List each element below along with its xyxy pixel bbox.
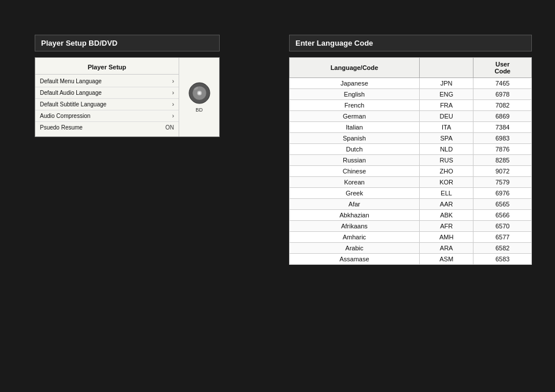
language-cell: Italian — [290, 122, 420, 133]
code-cell: FRA — [419, 100, 473, 111]
language-cell: Spanish — [290, 133, 420, 144]
right-header-text: Enter Language Code — [295, 39, 373, 47]
table-row: FrenchFRA7082 — [290, 100, 532, 111]
menu-item-default-menu-language[interactable]: Default Menu Language › — [35, 76, 179, 87]
user-code-cell: 6869 — [473, 111, 532, 122]
language-cell: Afar — [290, 199, 420, 210]
left-panel: Player Setup BD/DVD Player Setup Default… — [35, 35, 220, 137]
code-cell: ENG — [419, 89, 473, 100]
right-panel: Enter Language Code Language/Code UserCo… — [289, 35, 532, 265]
user-code-cell: 6583 — [473, 254, 532, 265]
menu-item-label: Default Menu Language — [40, 78, 102, 84]
code-cell: ASM — [419, 254, 473, 265]
language-cell: English — [290, 89, 420, 100]
user-code-cell: 6570 — [473, 221, 532, 232]
code-cell: NLD — [419, 144, 473, 155]
disc-area: BD — [179, 58, 219, 136]
language-cell: Dutch — [290, 144, 420, 155]
col-header-user-code: UserCode — [473, 58, 532, 78]
right-section-header: Enter Language Code — [289, 35, 532, 51]
player-setup-box: Player Setup Default Menu Language › Def… — [35, 57, 220, 137]
user-code-cell: 7579 — [473, 177, 532, 188]
menu-item-label: Psuedo Resume — [40, 124, 83, 131]
menu-item-default-audio-language[interactable]: Default Audio Language › — [35, 87, 179, 99]
menu-item-label: Default Audio Language — [40, 90, 102, 96]
language-cell: Japanese — [290, 78, 420, 89]
menu-item-value: ON — [165, 124, 174, 131]
language-table: Language/Code UserCode JapaneseJPN7465En… — [289, 57, 532, 265]
language-cell: Arabic — [290, 243, 420, 254]
user-code-cell: 7384 — [473, 122, 532, 133]
language-cell: Greek — [290, 188, 420, 199]
table-row: GermanDEU6869 — [290, 111, 532, 122]
code-cell: ARA — [419, 243, 473, 254]
code-cell: RUS — [419, 155, 473, 166]
table-row: EnglishENG6978 — [290, 89, 532, 100]
language-cell: French — [290, 100, 420, 111]
svg-point-3 — [198, 92, 201, 94]
table-row: SpanishSPA6983 — [290, 133, 532, 144]
table-row: AssamaseASM6583 — [290, 254, 532, 265]
user-code-cell: 6577 — [473, 232, 532, 243]
menu-item-label: Audio Compression — [40, 113, 90, 119]
code-cell: SPA — [419, 133, 473, 144]
language-cell: Chinese — [290, 166, 420, 177]
table-row: GreekELL6976 — [290, 188, 532, 199]
user-code-cell: 7082 — [473, 100, 532, 111]
table-row: ChineseZHO9072 — [290, 166, 532, 177]
table-row: JapaneseJPN7465 — [290, 78, 532, 89]
code-cell: JPN — [419, 78, 473, 89]
code-cell: AMH — [419, 232, 473, 243]
chevron-right-icon: › — [172, 78, 174, 84]
table-row: ArabicARA6582 — [290, 243, 532, 254]
chevron-right-icon: › — [172, 101, 174, 108]
table-row: RussianRUS8285 — [290, 155, 532, 166]
table-row: AmharicAMH6577 — [290, 232, 532, 243]
language-cell: Russian — [290, 155, 420, 166]
table-row: AfrikaansAFR6570 — [290, 221, 532, 232]
code-cell: AAR — [419, 199, 473, 210]
language-cell: Abkhazian — [290, 210, 420, 221]
table-row: DutchNLD7876 — [290, 144, 532, 155]
bd-disc-icon — [188, 82, 211, 105]
user-code-cell: 8285 — [473, 155, 532, 166]
code-cell: ITA — [419, 122, 473, 133]
language-cell: German — [290, 111, 420, 122]
code-cell: ZHO — [419, 166, 473, 177]
user-code-cell: 6566 — [473, 210, 532, 221]
language-cell: Amharic — [290, 232, 420, 243]
user-code-cell: 7465 — [473, 78, 532, 89]
menu-item-audio-compression[interactable]: Audio Compression › — [35, 110, 179, 122]
chevron-right-icon: › — [172, 90, 174, 96]
language-cell: Assamase — [290, 254, 420, 265]
menu-item-label: Default Subtitle Language — [40, 101, 106, 108]
table-row: ItalianITA7384 — [290, 122, 532, 133]
code-cell: ELL — [419, 188, 473, 199]
code-cell: AFR — [419, 221, 473, 232]
col-header-code — [419, 58, 473, 78]
table-row: KoreanKOR7579 — [290, 177, 532, 188]
user-code-cell: 7876 — [473, 144, 532, 155]
user-code-cell: 6983 — [473, 133, 532, 144]
chevron-right-icon: › — [172, 113, 174, 119]
code-cell: DEU — [419, 111, 473, 122]
left-header-text: Player Setup BD/DVD — [41, 39, 117, 47]
user-code-cell: 6565 — [473, 199, 532, 210]
language-cell: Afrikaans — [290, 221, 420, 232]
user-code-cell: 6978 — [473, 89, 532, 100]
language-cell: Korean — [290, 177, 420, 188]
user-code-cell: 6976 — [473, 188, 532, 199]
table-row: AbkhazianABK6566 — [290, 210, 532, 221]
left-section-header: Player Setup BD/DVD — [35, 35, 220, 51]
menu-item-default-subtitle-language[interactable]: Default Subtitle Language › — [35, 99, 179, 110]
code-cell: KOR — [419, 177, 473, 188]
user-code-cell: 9072 — [473, 166, 532, 177]
menu-area: Player Setup Default Menu Language › Def… — [35, 58, 179, 136]
menu-item-psuedo-resume[interactable]: Psuedo Resume ON — [35, 122, 179, 133]
disc-label: BD — [195, 107, 203, 113]
code-cell: ABK — [419, 210, 473, 221]
menu-title: Player Setup — [35, 61, 179, 75]
col-header-language: Language/Code — [290, 58, 420, 78]
table-row: AfarAAR6565 — [290, 199, 532, 210]
user-code-cell: 6582 — [473, 243, 532, 254]
